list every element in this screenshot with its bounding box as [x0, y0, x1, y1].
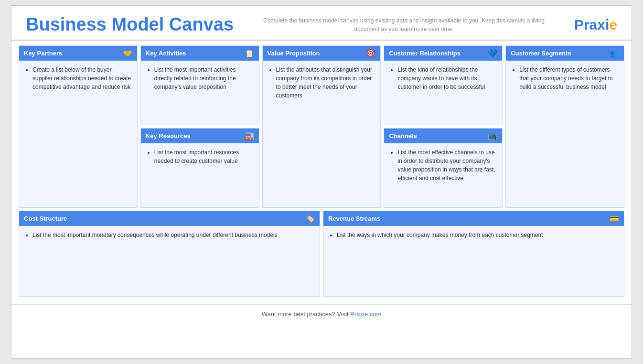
- bottom-row: Cost Structure 🏷️ List the most importan…: [19, 211, 624, 297]
- footer-text: Want more best practices? Visit: [262, 310, 351, 318]
- revenue-streams-item: List the ways in which your company make…: [337, 231, 618, 239]
- cost-structure-body: List the most important monetary consequ…: [19, 226, 320, 296]
- customer-rel-icon: 💙: [488, 49, 497, 58]
- canvas-wrapper: Business Model Canvas Complete the busin…: [11, 5, 632, 359]
- channels-header: Channels 📺: [384, 128, 502, 143]
- key-resources-title: Key Resources: [146, 132, 191, 139]
- customer-seg-header: Customer Segments 👥: [506, 46, 624, 61]
- customer-rel-body: List the kind of relationships the compa…: [384, 61, 502, 125]
- customer-segments-cell: Customer Segments 👥 List the different t…: [505, 45, 624, 208]
- logo-dot: e: [609, 17, 617, 32]
- key-activities-title: Key Activities: [146, 50, 186, 57]
- revenue-streams-cell: Revenue Streams 💳 List the ways in which…: [323, 211, 624, 297]
- channels-body: List the most effective channels to use …: [384, 143, 502, 207]
- value-prop-title: Value Proposition: [268, 50, 320, 57]
- channels-cell: Channels 📺 List the most effective chann…: [384, 128, 503, 208]
- customer-rel-header: Customer Relationships 💙: [384, 46, 502, 61]
- logo: Praxie: [574, 17, 617, 33]
- value-prop-icon: 🎯: [366, 49, 375, 58]
- cost-structure-item: List the most important monetary consequ…: [32, 231, 314, 239]
- key-partners-item: Create a list below of the buyer-supplie…: [32, 65, 131, 91]
- customer-seg-item: List the different types of customers th…: [519, 65, 618, 91]
- revenue-streams-icon: 💳: [610, 214, 619, 223]
- customer-seg-title: Customer Segments: [511, 50, 571, 57]
- key-activities-header: Key Activities 📋: [141, 46, 259, 61]
- value-prop-item: List the attributes that distinguish you…: [276, 65, 375, 100]
- channels-item: List the most effective channels to use …: [397, 148, 496, 182]
- revenue-streams-body: List the ways in which your company make…: [323, 226, 624, 296]
- cost-structure-title: Cost Structure: [24, 215, 67, 222]
- footer: Want more best practices? Visit Praxie.c…: [11, 304, 632, 323]
- key-resources-item: List the most important resources needed…: [154, 148, 253, 165]
- key-activities-icon: 📋: [245, 49, 254, 58]
- value-prop-header: Value Proposition 🎯: [263, 46, 381, 61]
- key-partners-body: Create a list below of the buyer-supplie…: [19, 61, 137, 207]
- key-partners-header: Key Partners 🤝: [19, 46, 137, 61]
- revenue-streams-title: Revenue Streams: [328, 215, 380, 222]
- channels-icon: 📺: [488, 131, 497, 140]
- key-activities-item: List the most important activities direc…: [154, 65, 253, 91]
- header-left: Business Model Canvas: [26, 14, 234, 35]
- value-proposition-cell: Value Proposition 🎯 List the attributes …: [262, 45, 381, 208]
- logo-text: Praxi: [574, 17, 609, 32]
- customer-rel-title: Customer Relationships: [389, 50, 461, 57]
- header-subtitle: Complete the business model canvas using…: [253, 16, 555, 33]
- key-resources-icon: 🏭: [245, 131, 254, 140]
- footer-link[interactable]: Praxie.com: [350, 310, 381, 318]
- revenue-streams-header: Revenue Streams 💳: [323, 211, 624, 226]
- key-partners-cell: Key Partners 🤝 Create a list below of th…: [19, 45, 138, 208]
- canvas-grid: Key Partners 🤝 Create a list below of th…: [11, 41, 632, 304]
- cost-structure-icon: 🏷️: [305, 214, 315, 223]
- key-partners-icon: 🤝: [123, 49, 132, 58]
- key-resources-cell: Key Resources 🏭 List the most important …: [140, 128, 259, 208]
- key-resources-body: List the most important resources needed…: [141, 143, 259, 207]
- customer-seg-body: List the different types of customers th…: [506, 61, 624, 207]
- cost-structure-header: Cost Structure 🏷️: [19, 211, 320, 226]
- channels-title: Channels: [389, 132, 417, 139]
- key-activities-cell: Key Activities 📋 List the most important…: [140, 45, 259, 125]
- cost-structure-cell: Cost Structure 🏷️ List the most importan…: [19, 211, 320, 297]
- header: Business Model Canvas Complete the busin…: [11, 6, 632, 41]
- customer-rel-item: List the kind of relationships the compa…: [397, 65, 496, 91]
- key-activities-body: List the most important activities direc…: [141, 61, 259, 125]
- main-grid: Key Partners 🤝 Create a list below of th…: [19, 45, 624, 208]
- value-prop-body: List the attributes that distinguish you…: [263, 61, 381, 207]
- key-resources-header: Key Resources 🏭: [141, 128, 259, 143]
- customer-relationships-cell: Customer Relationships 💙 List the kind o…: [384, 45, 503, 125]
- page-title: Business Model Canvas: [26, 14, 234, 35]
- key-partners-title: Key Partners: [24, 50, 62, 57]
- customer-seg-icon: 👥: [610, 49, 619, 58]
- header-center: Complete the business model canvas using…: [234, 16, 574, 33]
